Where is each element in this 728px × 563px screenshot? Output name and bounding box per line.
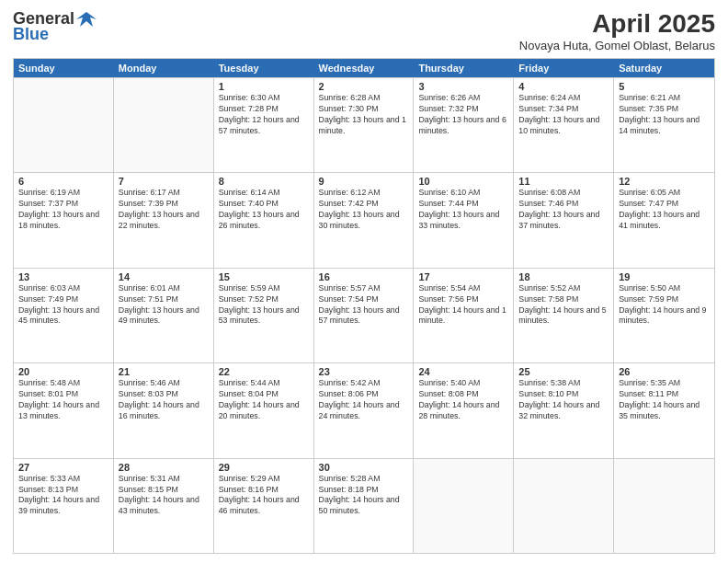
day-number: 16 [319,271,409,282]
day-number: 28 [119,462,209,473]
calendar: SundayMondayTuesdayWednesdayThursdayFrid… [13,58,715,554]
day-detail: Sunrise: 6:28 AM Sunset: 7:30 PM Dayligh… [319,93,409,137]
day-number: 21 [119,366,209,377]
day-detail: Sunrise: 5:46 AM Sunset: 8:03 PM Dayligh… [119,378,209,422]
day-number: 25 [518,366,609,377]
day-number: 30 [319,462,409,473]
week-row-5: 27Sunrise: 5:33 AM Sunset: 8:13 PM Dayli… [14,458,714,553]
day-detail: Sunrise: 6:01 AM Sunset: 7:51 PM Dayligh… [119,283,209,327]
day-number: 20 [18,366,108,377]
day-detail: Sunrise: 5:28 AM Sunset: 8:18 PM Dayligh… [319,474,409,518]
day-detail: Sunrise: 6:05 AM Sunset: 7:47 PM Dayligh… [619,188,710,232]
header: General Blue April 2025 Novaya Huta, Gom… [13,9,715,52]
day-detail: Sunrise: 6:12 AM Sunset: 7:42 PM Dayligh… [319,188,409,232]
day-cell-18: 18Sunrise: 5:52 AM Sunset: 7:58 PM Dayli… [514,269,614,362]
day-header-tuesday: Tuesday [214,59,314,77]
day-number: 24 [418,366,508,377]
day-number: 2 [319,81,409,92]
day-cell-20: 20Sunrise: 5:48 AM Sunset: 8:01 PM Dayli… [14,363,114,457]
day-number: 11 [518,176,609,187]
day-number: 14 [119,271,209,282]
day-detail: Sunrise: 5:33 AM Sunset: 8:13 PM Dayligh… [18,474,108,518]
day-number: 18 [518,271,609,282]
day-detail: Sunrise: 5:35 AM Sunset: 8:11 PM Dayligh… [619,378,710,422]
day-number: 26 [619,366,710,377]
logo: General Blue [13,9,97,44]
day-cell-9: 9Sunrise: 6:12 AM Sunset: 7:42 PM Daylig… [314,173,415,267]
day-cell-11: 11Sunrise: 6:08 AM Sunset: 7:46 PM Dayli… [514,173,614,267]
day-cell-2: 2Sunrise: 6:28 AM Sunset: 7:30 PM Daylig… [314,78,415,172]
day-detail: Sunrise: 5:42 AM Sunset: 8:06 PM Dayligh… [319,378,409,422]
day-cell-30: 30Sunrise: 5:28 AM Sunset: 8:18 PM Dayli… [314,459,415,553]
week-row-4: 20Sunrise: 5:48 AM Sunset: 8:01 PM Dayli… [14,362,714,457]
day-cell-25: 25Sunrise: 5:38 AM Sunset: 8:10 PM Dayli… [514,363,614,457]
empty-cell [114,78,214,172]
day-number: 3 [418,81,508,92]
day-number: 5 [619,81,710,92]
day-cell-29: 29Sunrise: 5:29 AM Sunset: 8:16 PM Dayli… [214,459,314,553]
day-number: 7 [119,176,209,187]
day-cell-16: 16Sunrise: 5:57 AM Sunset: 7:54 PM Dayli… [314,269,415,362]
day-detail: Sunrise: 6:21 AM Sunset: 7:35 PM Dayligh… [619,93,710,137]
day-detail: Sunrise: 6:17 AM Sunset: 7:39 PM Dayligh… [119,188,209,232]
day-cell-4: 4Sunrise: 6:24 AM Sunset: 7:34 PM Daylig… [514,78,614,172]
day-header-sunday: Sunday [14,59,114,77]
day-header-friday: Friday [514,59,614,77]
empty-cell [614,459,714,553]
day-number: 22 [219,366,309,377]
day-detail: Sunrise: 5:54 AM Sunset: 7:56 PM Dayligh… [418,283,508,327]
day-number: 4 [518,81,609,92]
day-detail: Sunrise: 6:24 AM Sunset: 7:34 PM Dayligh… [518,93,609,137]
day-detail: Sunrise: 5:50 AM Sunset: 7:59 PM Dayligh… [619,283,710,327]
day-number: 19 [619,271,710,282]
day-detail: Sunrise: 6:03 AM Sunset: 7:49 PM Dayligh… [18,283,108,327]
day-detail: Sunrise: 5:40 AM Sunset: 8:08 PM Dayligh… [418,378,508,422]
empty-cell [14,78,114,172]
day-cell-5: 5Sunrise: 6:21 AM Sunset: 7:35 PM Daylig… [614,78,714,172]
day-number: 13 [18,271,108,282]
day-number: 8 [219,176,309,187]
day-number: 9 [319,176,409,187]
day-cell-19: 19Sunrise: 5:50 AM Sunset: 7:59 PM Dayli… [614,269,714,362]
day-cell-7: 7Sunrise: 6:17 AM Sunset: 7:39 PM Daylig… [114,173,214,267]
week-row-1: 1Sunrise: 6:30 AM Sunset: 7:28 PM Daylig… [14,77,714,172]
logo-blue: Blue [13,25,49,44]
empty-cell [414,459,514,553]
main-title: April 2025 [519,9,715,39]
day-detail: Sunrise: 5:52 AM Sunset: 7:58 PM Dayligh… [518,283,609,327]
day-detail: Sunrise: 5:31 AM Sunset: 8:15 PM Dayligh… [119,474,209,518]
day-number: 10 [418,176,508,187]
day-number: 1 [219,81,309,92]
day-detail: Sunrise: 5:59 AM Sunset: 7:52 PM Dayligh… [219,283,309,327]
day-cell-22: 22Sunrise: 5:44 AM Sunset: 8:04 PM Dayli… [214,363,314,457]
day-cell-12: 12Sunrise: 6:05 AM Sunset: 7:47 PM Dayli… [614,173,714,267]
day-detail: Sunrise: 6:26 AM Sunset: 7:32 PM Dayligh… [418,93,508,137]
day-detail: Sunrise: 5:38 AM Sunset: 8:10 PM Dayligh… [518,378,609,422]
day-detail: Sunrise: 5:29 AM Sunset: 8:16 PM Dayligh… [219,474,309,518]
day-header-thursday: Thursday [414,59,514,77]
day-number: 27 [18,462,108,473]
calendar-body: 1Sunrise: 6:30 AM Sunset: 7:28 PM Daylig… [14,77,714,553]
day-detail: Sunrise: 5:44 AM Sunset: 8:04 PM Dayligh… [219,378,309,422]
week-row-3: 13Sunrise: 6:03 AM Sunset: 7:49 PM Dayli… [14,268,714,362]
day-cell-17: 17Sunrise: 5:54 AM Sunset: 7:56 PM Dayli… [414,269,514,362]
day-detail: Sunrise: 6:14 AM Sunset: 7:40 PM Dayligh… [219,188,309,232]
day-cell-13: 13Sunrise: 6:03 AM Sunset: 7:49 PM Dayli… [14,269,114,362]
day-header-monday: Monday [114,59,214,77]
calendar-page: General Blue April 2025 Novaya Huta, Gom… [0,0,728,563]
day-cell-10: 10Sunrise: 6:10 AM Sunset: 7:44 PM Dayli… [414,173,514,267]
day-cell-6: 6Sunrise: 6:19 AM Sunset: 7:37 PM Daylig… [14,173,114,267]
day-number: 12 [619,176,710,187]
empty-cell [514,459,614,553]
day-cell-8: 8Sunrise: 6:14 AM Sunset: 7:40 PM Daylig… [214,173,314,267]
svg-marker-0 [76,12,97,27]
week-row-2: 6Sunrise: 6:19 AM Sunset: 7:37 PM Daylig… [14,172,714,267]
day-cell-14: 14Sunrise: 6:01 AM Sunset: 7:51 PM Dayli… [114,269,214,362]
day-cell-21: 21Sunrise: 5:46 AM Sunset: 8:03 PM Dayli… [114,363,214,457]
day-detail: Sunrise: 5:48 AM Sunset: 8:01 PM Dayligh… [18,378,108,422]
day-cell-1: 1Sunrise: 6:30 AM Sunset: 7:28 PM Daylig… [214,78,314,172]
logo-bird-icon [76,10,97,29]
day-detail: Sunrise: 6:08 AM Sunset: 7:46 PM Dayligh… [518,188,609,232]
day-cell-28: 28Sunrise: 5:31 AM Sunset: 8:15 PM Dayli… [114,459,214,553]
day-cell-15: 15Sunrise: 5:59 AM Sunset: 7:52 PM Dayli… [214,269,314,362]
